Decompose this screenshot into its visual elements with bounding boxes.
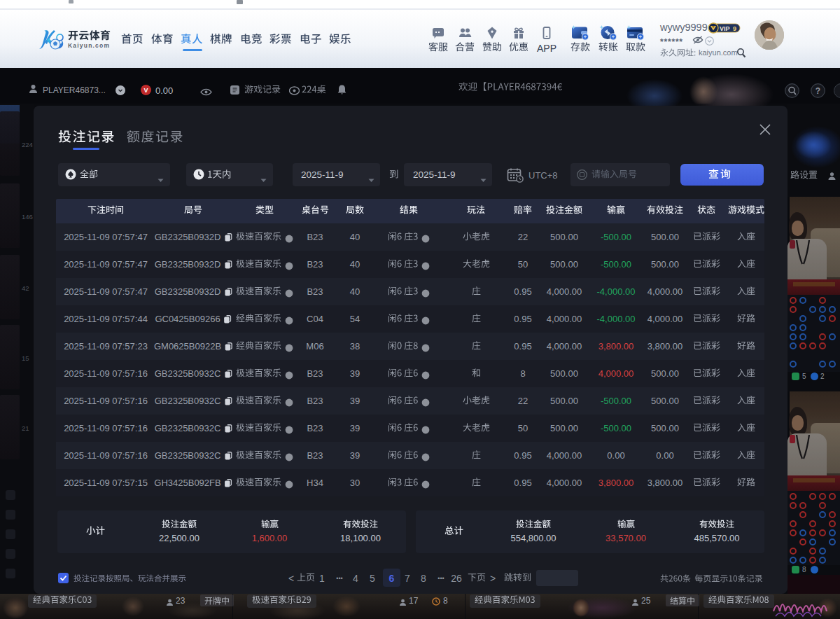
svg-text:9: 9 — [733, 25, 736, 32]
svg-text:?: ? — [815, 86, 820, 96]
svg-text:VIP: VIP — [720, 25, 730, 32]
svg-text:V: V — [144, 87, 148, 94]
